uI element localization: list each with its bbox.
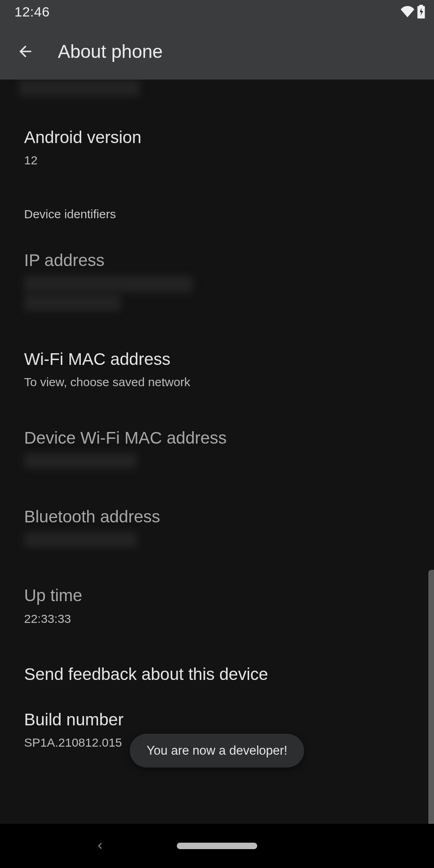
row-device-wifi-mac[interactable]: Device Wi-Fi MAC address xx:xx:xx:xx:xx:… — [0, 408, 434, 487]
row-title: Android version — [24, 128, 410, 147]
arrow-back-icon — [16, 43, 34, 60]
row-android-version[interactable]: Android version 12 — [0, 108, 434, 186]
battery-charging-icon — [417, 5, 425, 18]
row-title: Device Wi-Fi MAC address — [24, 428, 410, 448]
screen: 12:46 About phone xxxxxxxxxxxxxx Android… — [0, 0, 434, 868]
app-bar: About phone — [0, 23, 434, 80]
row-title: Wi-Fi MAC address — [24, 350, 410, 369]
row-title: Bluetooth address — [24, 507, 410, 526]
section-header-device-identifiers: Device identifiers — [0, 186, 434, 231]
status-bar: 12:46 — [0, 0, 434, 23]
row-bluetooth-address[interactable]: Bluetooth address xx:xx:xx:xx:xx:xx — [0, 487, 434, 566]
scrollbar-thumb[interactable] — [428, 570, 434, 824]
back-button[interactable] — [11, 37, 39, 66]
row-value-redacted: xx:xx:xx:xx:xx:xx — [24, 532, 410, 547]
redacted-value: xxxxxxxxxxxxxx — [19, 80, 140, 96]
row-value: To view, choose saved network — [24, 375, 410, 390]
row-wifi-mac[interactable]: Wi-Fi MAC address To view, choose saved … — [0, 330, 434, 408]
row-value-redacted: xxxxxxxxxxxxxxxxxxxxx xxxxxxxxxxxx — [24, 276, 410, 311]
developer-toast: You are now a developer! — [130, 734, 304, 768]
gesture-pill[interactable] — [177, 843, 257, 849]
row-value: 22:33:33 — [24, 611, 410, 626]
row-value: 12 — [24, 153, 410, 168]
row-value-redacted: xx:xx:xx:xx:xx:xx — [24, 453, 410, 469]
row-title: IP address — [24, 251, 410, 270]
previous-row-peek[interactable]: xxxxxxxxxxxxxx — [0, 80, 434, 108]
row-title: Build number — [24, 710, 410, 729]
row-title: Send feedback about this device — [24, 665, 410, 684]
nav-back-button[interactable] — [94, 840, 106, 852]
chevron-left-icon — [94, 846, 106, 853]
system-nav-bar — [0, 824, 434, 868]
row-send-feedback[interactable]: Send feedback about this device — [0, 645, 434, 702]
row-up-time[interactable]: Up time 22:33:33 — [0, 566, 434, 645]
row-title: Up time — [24, 586, 410, 605]
wifi-icon — [400, 6, 415, 17]
row-ip-address[interactable]: IP address xxxxxxxxxxxxxxxxxxxxx xxxxxxx… — [0, 231, 434, 330]
status-tray — [400, 5, 425, 18]
status-clock: 12:46 — [14, 4, 50, 20]
page-title: About phone — [58, 41, 163, 62]
settings-list[interactable]: xxxxxxxxxxxxxx Android version 12 Device… — [0, 80, 434, 824]
